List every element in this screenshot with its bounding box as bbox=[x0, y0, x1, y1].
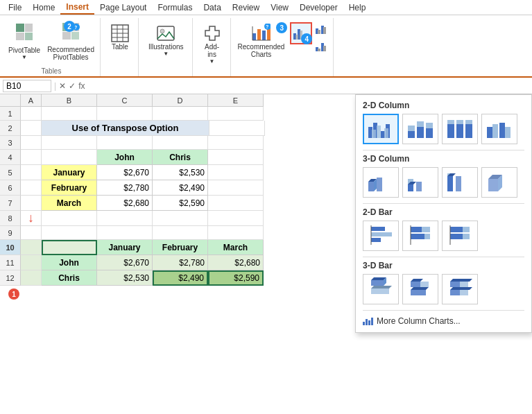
cell-b4[interactable] bbox=[42, 150, 97, 165]
chart-opt-stacked[interactable] bbox=[402, 114, 438, 144]
cell-c10-jan-header[interactable]: January bbox=[97, 240, 153, 255]
cell-c7[interactable]: $2,680 bbox=[97, 196, 153, 211]
cell-e4[interactable] bbox=[208, 150, 264, 165]
pivottable-button[interactable]: PivotTable ▼ bbox=[6, 19, 43, 62]
cell-b5-jan[interactable]: January bbox=[42, 165, 97, 180]
cell-b1[interactable] bbox=[42, 107, 97, 121]
cell-c4-john[interactable]: John bbox=[97, 150, 153, 165]
cell-b2-title[interactable]: Use of Transpose Option bbox=[42, 121, 209, 136]
chart-opt-3d-3[interactable] bbox=[442, 167, 478, 198]
row-header-6[interactable]: 6 bbox=[0, 180, 21, 196]
cell-a12[interactable] bbox=[21, 270, 42, 286]
chart-opt-bar-3[interactable] bbox=[442, 221, 478, 251]
menu-review[interactable]: Review bbox=[227, 1, 265, 14]
cell-e12[interactable]: $2,590 bbox=[208, 270, 264, 286]
cell-e8[interactable] bbox=[208, 211, 264, 226]
chart-opt-3d-2[interactable] bbox=[402, 167, 438, 198]
chart-opt-3dbar-3[interactable] bbox=[442, 274, 478, 304]
chart-opt-clustered[interactable] bbox=[363, 114, 399, 144]
cell-e7[interactable] bbox=[208, 196, 264, 211]
more-charts-link[interactable]: More Column Charts... bbox=[363, 314, 524, 328]
formula-input[interactable] bbox=[87, 81, 529, 91]
cell-e5[interactable] bbox=[208, 165, 264, 180]
cell-b12-chris[interactable]: Chris bbox=[42, 270, 97, 286]
row-header-2[interactable]: 2 bbox=[0, 121, 21, 136]
cell-d8[interactable] bbox=[153, 211, 208, 226]
row-header-11[interactable]: 11 bbox=[0, 255, 21, 270]
name-box[interactable] bbox=[3, 80, 51, 92]
col-header-a[interactable]: A bbox=[21, 94, 42, 107]
row-header-8[interactable]: 8 bbox=[0, 211, 21, 226]
addins-button[interactable]: Add- ins ▼ bbox=[200, 22, 225, 66]
cell-a11[interactable] bbox=[21, 255, 42, 270]
cell-d11[interactable]: $2,780 bbox=[153, 255, 208, 270]
cell-a10[interactable] bbox=[21, 240, 42, 255]
menu-home[interactable]: Home bbox=[27, 1, 60, 14]
cell-a8[interactable]: ↓ bbox=[21, 211, 42, 226]
col-header-e[interactable]: E bbox=[208, 94, 264, 107]
chart-opt-3d-4[interactable] bbox=[481, 167, 517, 198]
cell-d7[interactable]: $2,590 bbox=[153, 196, 208, 211]
cancel-icon[interactable]: ✕ bbox=[59, 81, 66, 91]
menu-developer[interactable]: Developer bbox=[294, 1, 343, 14]
chart-opt-3dbar-2[interactable] bbox=[402, 274, 438, 304]
cell-d10-feb-header[interactable]: February bbox=[153, 240, 208, 255]
cell-e2[interactable] bbox=[209, 121, 265, 136]
cell-d9[interactable] bbox=[153, 226, 208, 240]
cell-c3[interactable] bbox=[97, 136, 153, 150]
chart-subtype-2[interactable] bbox=[315, 40, 330, 55]
row-header-3[interactable]: 3 bbox=[0, 136, 21, 150]
cell-b3[interactable] bbox=[42, 136, 97, 150]
chart-opt-3dlook[interactable] bbox=[481, 114, 517, 144]
confirm-icon[interactable]: ✓ bbox=[69, 81, 76, 91]
cell-d6[interactable]: $2,490 bbox=[153, 180, 208, 196]
cell-a4[interactable] bbox=[21, 150, 42, 165]
col-header-d[interactable]: D bbox=[153, 94, 208, 107]
chart-opt-3dbar-1[interactable] bbox=[363, 274, 399, 304]
cell-e6[interactable] bbox=[208, 180, 264, 196]
menu-help[interactable]: Help bbox=[343, 1, 372, 14]
cell-c1[interactable] bbox=[97, 107, 153, 121]
row-header-4[interactable]: 4 bbox=[0, 150, 21, 165]
cell-a3[interactable] bbox=[21, 136, 42, 150]
chart-opt-3d-1[interactable] bbox=[363, 167, 399, 198]
cell-c8[interactable] bbox=[97, 211, 153, 226]
chart-opt-100pct[interactable] bbox=[442, 114, 478, 144]
cell-c6[interactable]: $2,780 bbox=[97, 180, 153, 196]
illustrations-button[interactable]: Illustrations ▼ bbox=[146, 22, 187, 58]
insert-function-icon[interactable]: fx bbox=[78, 81, 85, 91]
cell-b10[interactable] bbox=[42, 240, 97, 255]
cell-b6-feb[interactable]: February bbox=[42, 180, 97, 196]
cell-b11-john[interactable]: John bbox=[42, 255, 97, 270]
menu-file[interactable]: File bbox=[3, 1, 27, 14]
menu-insert[interactable]: Insert bbox=[60, 1, 94, 15]
cell-b9[interactable] bbox=[42, 226, 97, 240]
menu-formulas[interactable]: Formulas bbox=[152, 1, 198, 14]
column-chart-button[interactable]: 4 bbox=[290, 22, 312, 44]
cell-b7-mar[interactable]: March bbox=[42, 196, 97, 211]
cell-c5[interactable]: $2,670 bbox=[97, 165, 153, 180]
cell-d1[interactable] bbox=[153, 107, 208, 121]
menu-pagelayout[interactable]: Page Layout bbox=[94, 1, 152, 14]
row-header-7[interactable]: 7 bbox=[0, 196, 21, 211]
cell-e1[interactable] bbox=[208, 107, 264, 121]
cell-e3[interactable] bbox=[208, 136, 264, 150]
table-button[interactable]: Table bbox=[108, 22, 132, 52]
cell-c9[interactable] bbox=[97, 226, 153, 240]
cell-d5[interactable]: $2,530 bbox=[153, 165, 208, 180]
cell-d3[interactable] bbox=[153, 136, 208, 150]
cell-a1[interactable] bbox=[21, 107, 42, 121]
recommended-charts-button[interactable]: ? RecommendedCharts 3 bbox=[235, 22, 288, 60]
cell-c12[interactable]: $2,530 bbox=[97, 270, 153, 286]
cell-e9[interactable] bbox=[208, 226, 264, 240]
row-header-10[interactable]: 10 bbox=[0, 240, 21, 255]
menu-data[interactable]: Data bbox=[198, 1, 226, 14]
cell-d12[interactable]: $2,490 bbox=[153, 270, 208, 286]
cell-a2[interactable] bbox=[21, 121, 42, 136]
col-header-b[interactable]: B bbox=[42, 94, 97, 107]
col-header-c[interactable]: C bbox=[97, 94, 153, 107]
cell-e11[interactable]: $2,680 bbox=[208, 255, 264, 270]
cell-a9[interactable] bbox=[21, 226, 42, 240]
chart-opt-bar-1[interactable] bbox=[363, 221, 399, 251]
row-header-12[interactable]: 12 bbox=[0, 270, 21, 286]
